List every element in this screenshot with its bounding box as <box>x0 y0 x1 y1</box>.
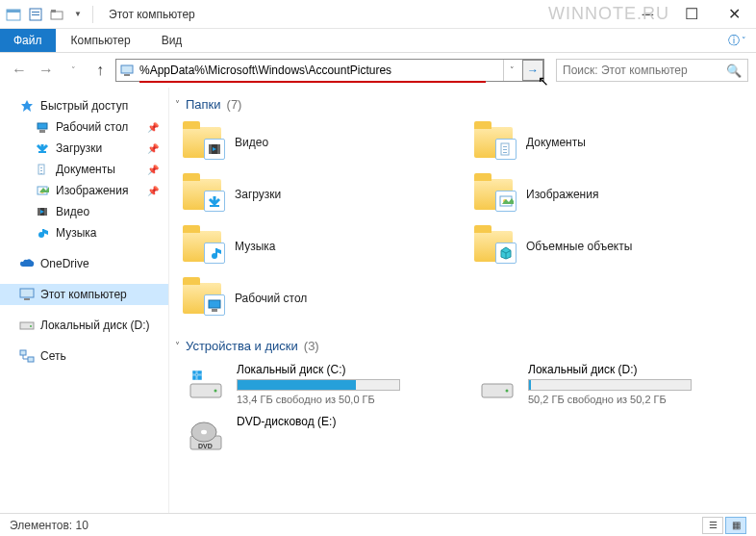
folder-icon <box>474 225 517 268</box>
svg-rect-11 <box>39 130 45 133</box>
svg-rect-24 <box>20 289 34 297</box>
watermark: WINNOTE.RU <box>548 4 669 24</box>
window-icon <box>6 7 21 22</box>
pin-icon: 📌 <box>147 122 159 133</box>
folder-icon <box>183 225 225 268</box>
folder-label: Видео <box>235 136 268 149</box>
folder-label: Загрузки <box>235 188 281 201</box>
pin-icon: 📌 <box>147 186 159 196</box>
drive-free-text: 13,4 ГБ свободно из 50,0 ГБ <box>237 394 457 405</box>
drive-label: Локальный диск (D:) <box>528 363 748 376</box>
folder-item[interactable]: Видео <box>181 117 461 167</box>
svg-point-46 <box>214 390 217 393</box>
svg-point-53 <box>201 430 207 435</box>
nav-quick-item[interactable]: Документы📌 <box>0 159 168 180</box>
separator <box>92 6 93 23</box>
pc-icon <box>116 63 138 78</box>
svg-rect-37 <box>503 152 507 153</box>
nav-network[interactable]: Сеть <box>0 345 168 367</box>
video-icon <box>35 204 50 219</box>
nav-onedrive[interactable]: OneDrive <box>0 253 168 274</box>
drive-item[interactable]: Локальный диск (D:)50,2 ГБ свободно из 5… <box>472 359 752 409</box>
content-area: ˅ Папки (7) ВидеоДокументыЗагрузкиИзобра… <box>169 88 756 513</box>
nav-quick-item[interactable]: Рабочий стол📌 <box>0 116 168 138</box>
search-box[interactable]: 🔍 <box>556 59 748 82</box>
svg-rect-13 <box>38 165 44 174</box>
address-input[interactable] <box>138 61 503 80</box>
folder-icon <box>183 277 225 319</box>
hdd-win-icon <box>185 363 227 405</box>
music-icon <box>35 225 50 241</box>
nav-quick-item[interactable]: Музыка <box>0 222 168 243</box>
close-button[interactable]: ✕ <box>713 0 756 29</box>
desktop-icon <box>35 119 50 135</box>
hdd-icon <box>476 363 518 405</box>
folder-label: Рабочий стол <box>235 292 307 305</box>
qat-newfolder-icon[interactable] <box>48 6 65 23</box>
tab-file[interactable]: Файл <box>0 29 56 52</box>
chevron-down-icon: ˅ <box>175 99 180 110</box>
svg-rect-21 <box>44 208 47 216</box>
folder-item[interactable]: Объемные объекты <box>472 221 752 271</box>
drive-label: DVD-дисковод (E:) <box>237 415 457 428</box>
svg-rect-15 <box>40 170 42 171</box>
search-icon: 🔍 <box>726 64 742 78</box>
pin-icon: 📌 <box>147 165 159 175</box>
svg-rect-44 <box>212 309 217 312</box>
nav-quick-item[interactable]: Изображения📌 <box>0 180 168 201</box>
pictures-icon <box>35 183 50 198</box>
group-drives-header[interactable]: ˅ Устройства и диски (3) <box>169 337 752 359</box>
nav-back-button[interactable]: ← <box>8 59 31 82</box>
nav-local-disk-d[interactable]: Локальный диск (D:) <box>0 315 168 336</box>
folder-item[interactable]: Изображения <box>472 169 752 219</box>
group-folders-header[interactable]: ˅ Папки (7) <box>169 95 752 117</box>
view-details-button[interactable]: ☰ <box>702 517 723 534</box>
svg-rect-7 <box>121 65 133 73</box>
nav-up-button[interactable]: ↑ <box>88 59 112 82</box>
qat-dropdown-icon[interactable]: ▼ <box>69 6 87 23</box>
address-bar[interactable]: ˅ → ↖ <box>115 59 544 82</box>
view-tiles-button[interactable]: ▦ <box>725 517 746 534</box>
drive-item[interactable]: Локальный диск (C:)13,4 ГБ свободно из 5… <box>181 359 461 409</box>
svg-rect-38 <box>210 205 219 207</box>
nav-quick-item[interactable]: Загрузки📌 <box>0 138 168 159</box>
maximize-button[interactable]: ☐ <box>669 0 713 29</box>
nav-this-pc[interactable]: Этот компьютер <box>0 284 168 305</box>
folder-item[interactable]: Документы <box>472 117 752 167</box>
nav-history-dropdown[interactable]: ˅ <box>62 59 85 82</box>
address-underline <box>139 81 486 83</box>
svg-rect-3 <box>32 12 39 13</box>
svg-rect-10 <box>38 123 47 129</box>
nav-row: ← → ˅ ↑ ˅ → ↖ 🔍 <box>0 53 756 88</box>
svg-rect-29 <box>28 357 34 362</box>
svg-rect-6 <box>51 10 56 13</box>
nav-forward-button[interactable]: → <box>35 59 58 82</box>
downloads-icon <box>35 140 50 156</box>
address-dropdown-icon[interactable]: ˅ <box>503 60 520 81</box>
dvd-icon: DVD <box>185 415 227 457</box>
status-elements: Элементов: 10 <box>10 519 88 532</box>
folder-item[interactable]: Загрузки <box>181 169 461 219</box>
drive-item[interactable]: DVDDVD-дисковод (E:) <box>181 411 461 461</box>
nav-quick-item[interactable]: Видео <box>0 201 168 222</box>
folder-icon <box>474 173 517 216</box>
window-title: Этот компьютер <box>109 8 195 21</box>
svg-rect-35 <box>503 146 507 147</box>
search-input[interactable] <box>563 64 726 77</box>
svg-point-27 <box>30 325 32 327</box>
folder-item[interactable]: Музыка <box>181 221 461 271</box>
svg-rect-5 <box>51 12 63 19</box>
tab-view[interactable]: Вид <box>146 29 198 52</box>
folder-icon <box>183 173 225 216</box>
nav-quick-access[interactable]: Быстрый доступ <box>0 95 168 116</box>
svg-rect-8 <box>124 74 130 76</box>
svg-rect-1 <box>7 10 20 13</box>
drive-label: Локальный диск (C:) <box>237 363 457 376</box>
folder-item[interactable]: Рабочий стол <box>181 273 461 323</box>
qat-properties-icon[interactable] <box>27 6 44 23</box>
tab-computer[interactable]: Компьютер <box>56 29 146 52</box>
svg-rect-20 <box>38 208 40 216</box>
ribbon-help-icon[interactable]: ⓘ ˅ <box>718 29 756 52</box>
star-icon <box>19 98 35 114</box>
address-go-button[interactable]: → <box>522 60 543 81</box>
